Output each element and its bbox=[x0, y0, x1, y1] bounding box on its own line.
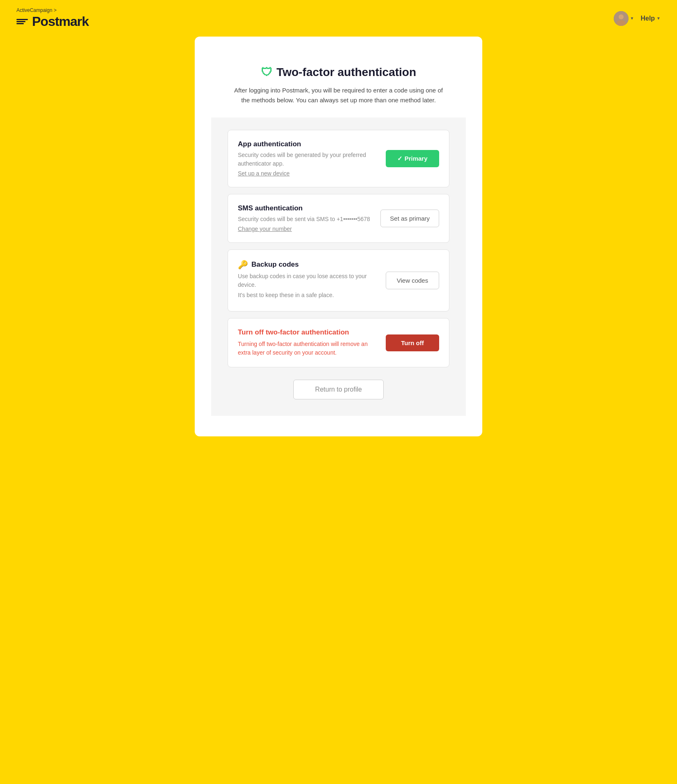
key-icon: 🔑 bbox=[238, 260, 248, 270]
main-card: 🛡 Two-factor authentication After loggin… bbox=[195, 37, 482, 436]
primary-badge-button[interactable]: ✓ Primary bbox=[386, 150, 439, 167]
return-to-profile-button[interactable]: Return to profile bbox=[293, 380, 384, 399]
site-header: ActiveCampaign > Postmark bbox=[0, 0, 677, 37]
sms-auth-title: SMS authentication bbox=[238, 204, 372, 212]
brand-super: ActiveCampaign > bbox=[16, 7, 89, 13]
page-title: 🛡 Two-factor authentication bbox=[219, 65, 458, 79]
avatar-button[interactable]: ▼ bbox=[614, 11, 634, 26]
danger-card: Turn off two-factor authentication Turni… bbox=[228, 318, 449, 367]
turn-off-button[interactable]: Turn off bbox=[386, 334, 439, 351]
danger-title: Turn off two-factor authentication bbox=[238, 328, 378, 337]
sms-auth-desc: Security codes will be sent via SMS to +… bbox=[238, 215, 372, 224]
backup-codes-card: 🔑 Backup codes Use backup codes in case … bbox=[228, 249, 449, 311]
setup-new-device-link[interactable]: Set up a new device bbox=[238, 170, 290, 177]
app-auth-desc: Security codes will be generated by your… bbox=[238, 151, 378, 168]
change-number-link[interactable]: Change your number bbox=[238, 226, 292, 232]
help-button[interactable]: Help ▼ bbox=[640, 15, 661, 22]
shield-icon: 🛡 bbox=[261, 65, 272, 79]
sms-auth-card: SMS authentication Security codes will b… bbox=[228, 194, 449, 243]
content-area: App authentication Security codes will b… bbox=[211, 118, 466, 416]
backup-codes-info: 🔑 Backup codes Use backup codes in case … bbox=[238, 260, 378, 301]
logo-area: ActiveCampaign > Postmark bbox=[16, 7, 89, 29]
brand-name: Postmark bbox=[32, 14, 89, 29]
help-chevron-icon: ▼ bbox=[656, 16, 661, 21]
app-auth-info: App authentication Security codes will b… bbox=[238, 140, 378, 177]
return-btn-wrap: Return to profile bbox=[228, 380, 449, 399]
view-codes-button[interactable]: View codes bbox=[386, 272, 439, 289]
danger-desc: Turning off two-factor authentication wi… bbox=[238, 340, 378, 357]
svg-point-1 bbox=[619, 14, 624, 19]
avatar bbox=[614, 11, 629, 26]
set-as-primary-button[interactable]: Set as primary bbox=[380, 210, 439, 227]
card-header: 🛡 Two-factor authentication After loggin… bbox=[211, 53, 466, 118]
sms-auth-info: SMS authentication Security codes will b… bbox=[238, 204, 372, 233]
logo-waves-icon bbox=[16, 19, 28, 24]
app-auth-card: App authentication Security codes will b… bbox=[228, 130, 449, 187]
nav-right: ▼ Help ▼ bbox=[614, 11, 661, 26]
backup-codes-desc2: It's best to keep these in a safe place. bbox=[238, 291, 378, 300]
backup-codes-desc1: Use backup codes in case you lose access… bbox=[238, 272, 378, 289]
app-auth-title: App authentication bbox=[238, 140, 378, 148]
danger-info: Turn off two-factor authentication Turni… bbox=[238, 328, 378, 357]
backup-codes-title: 🔑 Backup codes bbox=[238, 260, 378, 270]
avatar-chevron-icon: ▼ bbox=[630, 16, 634, 21]
page-subtitle: After logging into Postmark, you will be… bbox=[232, 85, 445, 105]
